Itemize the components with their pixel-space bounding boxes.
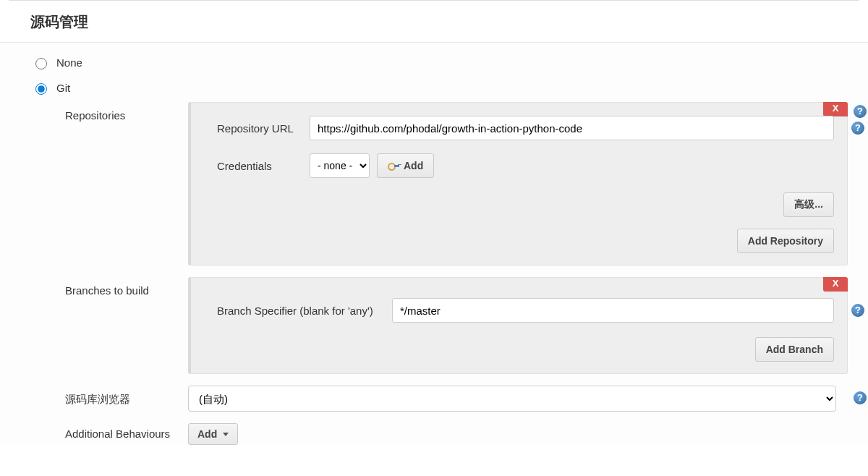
help-icon[interactable]: ?: [851, 304, 864, 317]
add-credentials-label: Add: [404, 160, 423, 171]
add-credentials-button[interactable]: Add: [377, 153, 434, 178]
add-branch-button[interactable]: Add Branch: [755, 337, 834, 362]
chevron-down-icon: [223, 433, 229, 436]
behaviours-label: Additional Behaviours: [65, 423, 188, 440]
delete-repository-button[interactable]: X: [823, 102, 848, 116]
scm-option-none[interactable]: None: [32, 51, 848, 77]
repository-url-input[interactable]: [310, 116, 834, 140]
branch-specifier-input[interactable]: [392, 298, 834, 323]
credentials-label: Credentials: [217, 160, 310, 172]
help-icon[interactable]: ?: [854, 391, 867, 404]
scm-radio-none[interactable]: [35, 58, 47, 69]
branches-label: Branches to build: [65, 277, 188, 297]
section-title: 源码管理: [0, 2, 868, 42]
repository-url-label: Repository URL: [217, 122, 310, 135]
scm-none-label: None: [56, 56, 82, 69]
repository-panel: X Repository URL ? Credentials - none -: [188, 102, 848, 265]
advanced-button[interactable]: 高级...: [783, 192, 834, 217]
key-icon: [388, 162, 399, 169]
scm-option-git[interactable]: Git: [32, 77, 848, 102]
add-repository-button[interactable]: Add Repository: [737, 229, 834, 253]
repo-browser-label: 源码库浏览器: [65, 386, 188, 407]
branch-specifier-label: Branch Specifier (blank for 'any'): [217, 305, 392, 317]
delete-branch-button[interactable]: X: [823, 277, 848, 292]
add-behaviour-button[interactable]: Add: [188, 423, 238, 445]
credentials-select[interactable]: - none -: [310, 153, 370, 178]
scm-radio-git[interactable]: [35, 83, 47, 95]
repositories-label: Repositories: [65, 102, 188, 122]
help-icon[interactable]: ?: [851, 122, 864, 135]
help-icon[interactable]: ?: [854, 105, 867, 118]
scm-git-label: Git: [56, 82, 70, 94]
branches-panel: X Branch Specifier (blank for 'any') ? A…: [188, 277, 848, 374]
repo-browser-select[interactable]: (自动): [188, 386, 836, 412]
